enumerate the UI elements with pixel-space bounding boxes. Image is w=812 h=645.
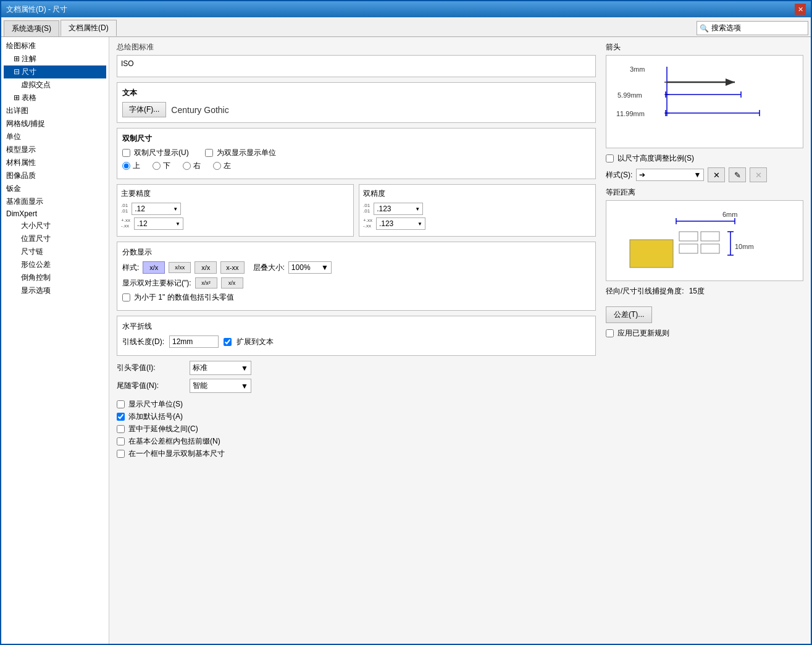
sidebar-item-gdt[interactable]: 形位公差: [4, 258, 106, 271]
font-name: Century Gothic: [171, 105, 228, 115]
tab-doc[interactable]: 文档属性(D): [61, 20, 117, 36]
dir-down-radio[interactable]: [153, 162, 161, 170]
arrow-style-select[interactable]: ➔ ▼: [636, 169, 704, 181]
sidebar-item-drawing-std[interactable]: 绘图标准: [4, 40, 106, 53]
main-content: 绘图标准 ⊞ 注解 ⊟ 尺寸 虚拟交点 ⊞ 表格 出详图 网格线/捕捉 单位 模…: [1, 37, 811, 644]
frac-style-btn-0[interactable]: x/x: [143, 261, 165, 274]
tolerance-button[interactable]: 公差(T)...: [606, 306, 652, 323]
dir-right-radio[interactable]: [183, 162, 191, 170]
trailing-zero-select[interactable]: 智能 ▼: [190, 379, 251, 393]
dim-3mm-label: 3mm: [630, 65, 645, 73]
leader-row: 引线长度(D): 扩展到文本: [122, 335, 590, 348]
sidebar-item-position-dim[interactable]: 位置尺寸: [4, 232, 106, 245]
chevron-down-icon8: ▼: [693, 171, 701, 179]
dir-up-radio[interactable]: [122, 162, 130, 170]
leading-zero-select[interactable]: 标准 ▼: [190, 361, 251, 375]
svg-rect-14: [679, 232, 698, 241]
dual-dim-unit-checkbox[interactable]: [205, 149, 213, 157]
include-prefix-checkbox[interactable]: [117, 437, 125, 445]
dir-right-label: 右: [193, 161, 201, 171]
search-icon: 🔍: [700, 24, 709, 33]
primary-precision-value1: .12: [135, 204, 145, 213]
dir-up: 上: [122, 161, 140, 171]
dual-mark-btn-2[interactable]: x/x: [221, 277, 243, 289]
sidebar-item-unit[interactable]: 单位: [4, 130, 106, 143]
zero-value-checkbox[interactable]: [122, 293, 130, 301]
leading-zero-label: 引头零值(I):: [117, 363, 185, 373]
sidebar-item-display-options[interactable]: 显示选项: [4, 284, 106, 297]
leader-section: 水平折线 引线长度(D): 扩展到文本: [117, 316, 596, 356]
dual-precision-select1[interactable]: .123 ▼: [374, 203, 423, 215]
equidistant-title: 等距距离: [606, 187, 803, 198]
option-show-unit: 显示尺寸单位(S): [117, 399, 596, 410]
tab-system[interactable]: 系统选项(S): [4, 20, 59, 36]
arrow-icon-btn-3[interactable]: ✕: [750, 167, 767, 182]
leader-length-input[interactable]: [169, 335, 219, 348]
frac-style-btn-1[interactable]: x/xx: [169, 262, 191, 273]
right-panel: 总绘图标准 ISO 文本 字体(F)... Century Gothic: [109, 37, 811, 644]
sidebar-item-detail[interactable]: 出详图: [4, 104, 106, 117]
sidebar-item-material[interactable]: 材料属性: [4, 156, 106, 169]
font-button[interactable]: 字体(F)...: [122, 102, 166, 117]
options-section: 显示尺寸单位(S) 添加默认括号(A) 置中于延伸线之间(C) 在基本: [117, 397, 596, 463]
sidebar-item-size-dim[interactable]: 大小尺寸: [4, 219, 106, 232]
add-bracket-checkbox[interactable]: [117, 413, 125, 421]
sidebar-item-dimension[interactable]: ⊟ 尺寸: [4, 65, 106, 78]
primary-precision-row2: +.xx-.xx .12 ▼: [121, 217, 349, 230]
extend-text-checkbox[interactable]: [224, 338, 232, 346]
close-button[interactable]: ✕: [795, 4, 806, 15]
sidebar-item-virtual-intersect[interactable]: 虚拟交点: [4, 78, 106, 91]
sidebar-item-dim-chain[interactable]: 尺寸链: [4, 245, 106, 258]
sidebar-item-table[interactable]: ⊞ 表格: [4, 91, 106, 104]
zero-value-row: 为小于 1" 的数值包括引头零值: [122, 292, 590, 303]
arrow-diagram: 3mm 5.99mm: [606, 55, 803, 148]
dir-left-radio[interactable]: [213, 162, 221, 170]
leading-zero-value: 标准: [193, 363, 207, 373]
dual-dim-show-label: 双制尺寸显示(U): [134, 148, 189, 158]
dual-precision-icon2: +.xx-.xx: [363, 218, 372, 229]
option-add-bracket: 添加默认括号(A): [117, 411, 596, 422]
dual-mark-btn-1[interactable]: x/x²: [195, 277, 217, 289]
frac-style-btn-3[interactable]: x-xx: [220, 261, 244, 274]
apply-rule-checkbox[interactable]: [606, 329, 614, 337]
frac-style-btn-2[interactable]: x/x: [195, 261, 217, 274]
sidebar-item-sheet-metal[interactable]: 钣金: [4, 182, 106, 195]
show-unit-checkbox[interactable]: [117, 400, 125, 408]
stack-size-select[interactable]: 100% ▼: [288, 261, 332, 274]
chevron-down-icon3: ▼: [415, 206, 420, 212]
sidebar-item-chamfer[interactable]: 倒角控制: [4, 271, 106, 284]
leader-title: 水平折线: [122, 321, 590, 332]
leading-zero-row: 引头零值(I): 标准 ▼: [117, 361, 596, 375]
arrow-icon-btn-2[interactable]: ✎: [729, 167, 746, 182]
chevron-down-icon5: ▼: [321, 263, 329, 272]
search-input[interactable]: [743, 24, 805, 33]
stack-size-label: 层叠大小:: [253, 263, 285, 273]
sidebar-item-grid[interactable]: 网格线/捕捉: [4, 117, 106, 130]
sidebar-item-annotation[interactable]: ⊞ 注解: [4, 53, 106, 65]
sidebar-item-model-display[interactable]: 模型显示: [4, 143, 106, 156]
option-center: 置中于延伸线之间(C): [117, 424, 596, 434]
dual-dim-section: 双制尺寸 双制尺寸显示(U) 为双显示显示单位 上: [117, 128, 596, 179]
fraction-style-row: 样式: x/x x/xx x/x x-xx 层叠大小: 100% ▼: [122, 261, 590, 274]
primary-precision-select2[interactable]: .12 ▼: [134, 217, 183, 230]
include-prefix-label: 在基本公差框内包括前缀(N): [128, 436, 220, 447]
center-checkbox[interactable]: [117, 425, 125, 433]
arrow-style-row: 样式(S): ➔ ▼ ✕ ✎ ✕: [606, 167, 803, 182]
trailing-zero-value: 智能: [193, 381, 207, 391]
primary-precision-select1[interactable]: .12 ▼: [132, 203, 181, 215]
style-label: 样式:: [122, 263, 139, 273]
dual-precision-select2[interactable]: .123 ▼: [376, 217, 425, 230]
main-window: 文档属性(D) - 尺寸 ✕ 系统选项(S) 文档属性(D) 🔍 搜索选项 绘图…: [0, 0, 812, 645]
chevron-down-icon1: ▼: [173, 206, 178, 212]
precision-icon2: +.xx-.xx: [121, 218, 130, 229]
sidebar-item-image-quality[interactable]: 图像品质: [4, 169, 106, 182]
extend-text-label: 扩展到文本: [236, 337, 274, 347]
dir-right: 右: [183, 161, 201, 171]
sidebar-item-baseline[interactable]: 基准面显示: [4, 195, 106, 208]
dual-dim-show-checkbox[interactable]: [122, 149, 130, 157]
arrow-icon-btn-1[interactable]: ✕: [708, 167, 725, 182]
sidebar-item-dimxpert[interactable]: DimXpert: [4, 208, 106, 219]
arrow-style-label: 样式(S):: [606, 170, 632, 180]
scale-checkbox[interactable]: [606, 154, 614, 162]
show-dual-basic-checkbox[interactable]: [117, 450, 125, 458]
